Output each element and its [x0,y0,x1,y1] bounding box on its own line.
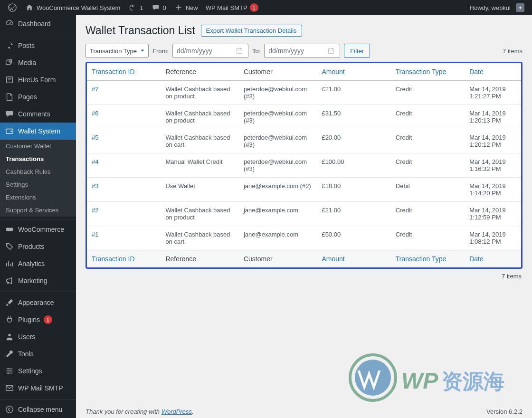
sidebar-item-label: Appearance [18,299,54,306]
refresh-icon [128,3,137,12]
txn-id-link[interactable]: #6 [92,110,98,117]
plugin-icon [5,315,14,324]
updates-count: 1 [140,4,143,11]
submenu-customer-wallet[interactable]: Customer Wallet [0,140,76,152]
sidebar-item-media[interactable]: Media [0,54,76,71]
sidebar-item-smtp[interactable]: WP Mail SMTP [0,380,76,397]
col-id[interactable]: Transaction ID [87,63,161,81]
footer-wp-link[interactable]: WordPress [162,408,192,415]
cell-date: Mar 14, 2019 1:20:13 PM [465,105,521,129]
sidebar-item-wallet[interactable]: Wallet System [0,123,76,140]
to-label: To: [252,48,260,55]
avatar: ✦ [516,3,524,12]
cell-ref: Use Wallet [161,178,239,202]
txn-id-link[interactable]: #1 [92,231,98,238]
submenu-support[interactable]: Support & Services [0,204,76,217]
col-date[interactable]: Date [465,63,521,81]
wp-logo[interactable] [4,0,21,15]
transactions-table: Transaction ID Reference Customer Amount… [86,62,522,269]
sidebar-item-users[interactable]: Users [0,328,76,345]
table-row: #3Use Walletjane@example.com (#2)£18.00D… [87,178,521,202]
col-amt[interactable]: Amount [317,63,390,81]
sidebar-item-dashboard[interactable]: Dashboard [0,15,76,32]
col-amt-foot[interactable]: Amount [317,250,390,268]
sidebar-item-posts[interactable]: Posts [0,37,76,54]
txn-id-link[interactable]: #7 [92,86,98,93]
updates-link[interactable]: 1 [124,0,147,15]
from-label: From: [152,48,169,55]
sidebar-item-analytics[interactable]: Analytics [0,255,76,272]
cell-cust: jane@example.com [239,202,317,226]
site-home[interactable]: WooCommerce Wallet System [21,0,124,15]
col-type[interactable]: Transaction Type [391,63,465,81]
sidebar-item-label: HireUs Form [18,76,56,84]
svg-point-12 [6,406,13,413]
svg-rect-5 [6,228,13,231]
site-name: WooCommerce Wallet System [37,4,120,11]
svg-point-1 [9,61,10,62]
transaction-type-select[interactable]: Transaction Type [86,44,149,58]
brush-icon [5,298,14,307]
sidebar-item-comments[interactable]: Comments [0,105,76,123]
col-id-foot[interactable]: Transaction ID [87,250,161,268]
cell-amt: £21.00 [317,81,390,105]
svg-point-7 [8,333,10,336]
col-ref-foot: Reference [161,250,239,268]
submenu-settings[interactable]: Settings [0,178,76,191]
txn-id-link[interactable]: #4 [92,158,98,165]
smtp-label: WP Mail SMTP [206,4,247,11]
col-type-foot[interactable]: Transaction Type [391,250,465,268]
cell-ref: Wallet Cashback based on cart [161,129,239,153]
new-link[interactable]: New [170,0,202,15]
wallet-icon [5,126,14,136]
export-button[interactable]: Export Wallet Transaction Details [201,25,302,37]
sidebar-item-hireus[interactable]: HireUs Form [0,71,76,88]
mail-icon [5,383,14,393]
txn-id-link[interactable]: #2 [92,207,98,214]
cell-amt: £100.00 [317,153,390,178]
to-date-input[interactable]: dd/mm/yyyy [264,44,340,58]
account-link[interactable]: Howdy, webkul✦ [466,0,528,15]
sidebar-item-label: Products [18,243,44,250]
cell-type: Credit [391,202,465,226]
sidebar-item-label: Settings [18,367,42,375]
sidebar-item-label: WooCommerce [18,226,64,233]
sidebar-item-woocommerce[interactable]: WooCommerce [0,221,76,238]
filter-button[interactable]: Filter [344,44,370,58]
cell-type: Credit [391,129,465,153]
footer-thanks: Thank you for creating with [86,408,162,415]
sidebar-item-products[interactable]: Products [0,238,76,255]
col-date-foot[interactable]: Date [465,250,521,268]
from-date-input[interactable]: dd/mm/yyyy [172,44,248,58]
txn-id-link[interactable]: #5 [92,134,98,141]
cell-amt: £18.00 [317,178,390,202]
svg-point-10 [8,372,9,374]
sidebar-item-tools[interactable]: Tools [0,345,76,362]
admin-sidebar: Dashboard Posts Media HireUs Form Pages … [0,15,76,418]
sidebar-item-marketing[interactable]: Marketing [0,272,76,289]
comments-link[interactable]: 0 [147,0,170,15]
cell-date: Mar 14, 2019 1:08:12 PM [465,226,521,250]
sidebar-item-pages[interactable]: Pages [0,88,76,105]
sidebar-item-plugins[interactable]: Plugins 1 [0,311,76,328]
submenu-cashback-rules[interactable]: Cashback Rules [0,165,76,178]
cell-type: Credit [391,81,465,105]
submenu-transactions[interactable]: Transactions [0,152,76,165]
cell-ref: Manual Wallet Credit [161,153,239,178]
sidebar-item-label: Marketing [18,277,47,285]
cell-cust: peterdoe@webkul.com (#3) [239,81,317,105]
comments-count: 0 [163,4,166,11]
items-count-bottom: 7 items [502,273,522,280]
txn-id-link[interactable]: #3 [92,182,98,190]
plugins-badge: 1 [44,315,52,324]
smtp-link[interactable]: WP Mail SMTP1 [202,0,262,15]
submenu-extensions[interactable]: Extensions [0,191,76,204]
analytics-icon [5,259,14,268]
cell-date: Mar 14, 2019 1:12:59 PM [465,202,521,226]
svg-rect-13 [237,48,242,53]
sidebar-item-label: Pages [18,93,37,101]
sidebar-item-settings[interactable]: Settings [0,362,76,380]
select-value: Transaction Type [90,48,137,55]
collapse-menu[interactable]: Collapse menu [0,401,76,418]
sidebar-item-appearance[interactable]: Appearance [0,294,76,311]
